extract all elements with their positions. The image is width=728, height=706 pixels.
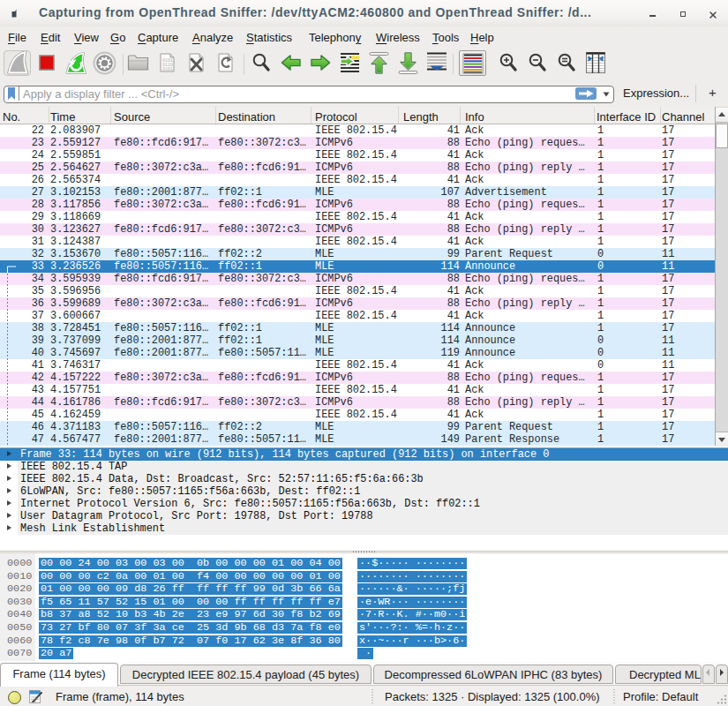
svg-text:0101: 0101	[162, 67, 173, 72]
